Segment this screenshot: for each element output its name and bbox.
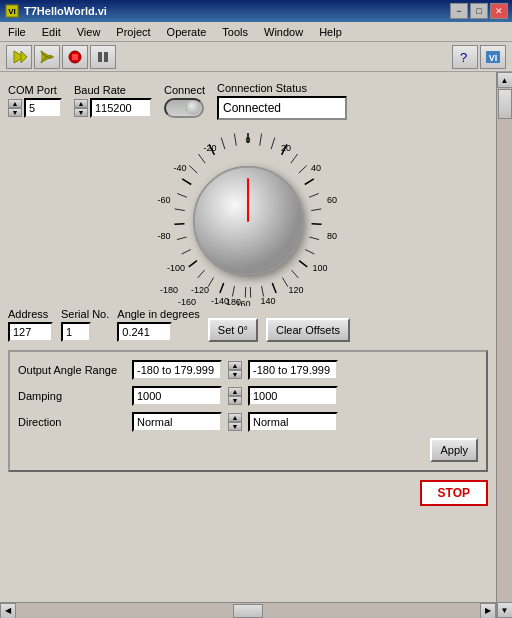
scroll-down-button[interactable]: ▼ (497, 602, 513, 618)
address-input[interactable] (8, 322, 53, 342)
svg-line-62 (220, 283, 224, 293)
angle-group: Angle in degrees (117, 308, 200, 342)
damping-input1[interactable] (132, 386, 222, 406)
content-area: COM Port ▲ ▼ Baud Rate ▲ ▼ (0, 72, 496, 602)
apply-button[interactable]: Apply (430, 438, 478, 462)
direction-up[interactable]: ▲ (228, 413, 242, 422)
connection-status-field: Connected (217, 96, 347, 120)
svg-text:-180: -180 (160, 285, 178, 295)
menu-file[interactable]: File (4, 24, 30, 40)
svg-text:-80: -80 (157, 231, 170, 241)
damping-row: Damping ▲ ▼ (18, 386, 478, 406)
clear-offsets-button[interactable]: Clear Offsets (266, 318, 350, 342)
abort-button[interactable] (62, 45, 88, 69)
serial-no-group: Serial No. (61, 308, 109, 342)
svg-line-44 (282, 278, 288, 287)
menu-bar: File Edit View Project Operate Tools Win… (0, 22, 512, 42)
menu-edit[interactable]: Edit (38, 24, 65, 40)
set-zero-button[interactable]: Set 0° (208, 318, 258, 342)
scroll-thumb-h[interactable] (233, 604, 263, 618)
svg-line-45 (272, 283, 276, 293)
baud-rate-down[interactable]: ▼ (74, 108, 88, 117)
scroll-left-button[interactable]: ◀ (0, 603, 16, 619)
svg-line-49 (221, 138, 225, 150)
scroll-right-button[interactable]: ▶ (480, 603, 496, 619)
svg-rect-5 (72, 54, 78, 60)
settings-panel: Output Angle Range ▲ ▼ Damping ▲ ▼ (8, 350, 488, 472)
svg-text:VI: VI (8, 7, 16, 16)
window-controls: − □ ✕ (450, 3, 508, 19)
connect-group: Connect (164, 84, 205, 118)
baud-rate-up[interactable]: ▲ (74, 99, 88, 108)
svg-line-35 (299, 166, 307, 174)
damping-up[interactable]: ▲ (228, 387, 242, 396)
svg-text:40: 40 (311, 163, 321, 173)
com-port-down[interactable]: ▼ (8, 108, 22, 117)
output-angle-spinner: ▲ ▼ (228, 361, 242, 379)
direction-row: Direction ▲ ▼ (18, 412, 478, 432)
svg-text:-60: -60 (157, 195, 170, 205)
damping-input2[interactable] (248, 386, 338, 406)
output-angle-up[interactable]: ▲ (228, 361, 242, 370)
svg-line-58 (182, 250, 191, 255)
svg-line-43 (292, 270, 299, 278)
scroll-up-button[interactable]: ▲ (497, 72, 513, 88)
direction-input1[interactable] (132, 412, 222, 432)
dial-wrapper: 0 20 40 -20 -40 60 80 100 -60 -80 -100 1… (138, 126, 358, 306)
direction-input2[interactable] (248, 412, 338, 432)
svg-text:140: 140 (260, 296, 275, 306)
menu-help[interactable]: Help (315, 24, 346, 40)
svg-line-53 (182, 179, 191, 185)
com-port-up[interactable]: ▲ (8, 99, 22, 108)
com-port-label: COM Port (8, 84, 62, 96)
dial-container: 0 20 40 -20 -40 60 80 100 -60 -80 -100 1… (8, 126, 488, 306)
damping-spinner: ▲ ▼ (228, 387, 242, 405)
menu-tools[interactable]: Tools (218, 24, 252, 40)
scroll-thumb[interactable] (498, 89, 512, 119)
address-label: Address (8, 308, 53, 320)
connect-label: Connect (164, 84, 205, 96)
svg-text:60: 60 (327, 195, 337, 205)
angle-input[interactable] (117, 322, 172, 342)
svg-line-36 (305, 179, 314, 185)
svg-line-41 (305, 250, 314, 255)
title-bar: VI T7HelloWorld.vi − □ ✕ (0, 0, 512, 22)
svg-text:-140: -140 (211, 296, 229, 306)
scroll-track (497, 88, 513, 602)
bottom-scrollbar: ◀ ▶ (0, 602, 496, 618)
serial-no-input[interactable] (61, 322, 91, 342)
output-angle-range-input1[interactable] (132, 360, 222, 380)
run-button[interactable] (6, 45, 32, 69)
output-angle-down[interactable]: ▼ (228, 370, 242, 379)
menu-project[interactable]: Project (112, 24, 154, 40)
baud-rate-input[interactable] (90, 98, 152, 118)
menu-window[interactable]: Window (260, 24, 307, 40)
direction-down[interactable]: ▼ (228, 422, 242, 431)
stop-button[interactable]: STOP (420, 480, 488, 506)
svg-line-39 (312, 224, 322, 225)
com-port-input[interactable] (24, 98, 62, 118)
connect-toggle[interactable] (164, 98, 204, 118)
output-angle-range-input2[interactable] (248, 360, 338, 380)
svg-text:100: 100 (312, 263, 327, 273)
close-button[interactable]: ✕ (490, 3, 508, 19)
connection-status-group: Connection Status Connected (217, 82, 347, 120)
menu-operate[interactable]: Operate (163, 24, 211, 40)
damping-down[interactable]: ▼ (228, 396, 242, 405)
svg-text:VI: VI (489, 53, 498, 63)
pause-button[interactable] (90, 45, 116, 69)
menu-view[interactable]: View (73, 24, 105, 40)
output-angle-range-label: Output Angle Range (18, 364, 128, 376)
angle-controls-row: Address Serial No. Angle in degrees Set … (8, 306, 488, 342)
minimize-button[interactable]: − (450, 3, 468, 19)
maximize-button[interactable]: □ (470, 3, 488, 19)
svg-text:-20: -20 (203, 143, 216, 153)
svg-line-32 (271, 138, 275, 150)
context-help-button[interactable]: ? (452, 45, 478, 69)
extra-button[interactable]: VI (480, 45, 506, 69)
run-continuously-button[interactable] (34, 45, 60, 69)
svg-line-56 (175, 224, 185, 225)
svg-line-55 (175, 209, 185, 211)
connection-status-value: Connected (223, 101, 281, 115)
svg-text:80: 80 (327, 231, 337, 241)
